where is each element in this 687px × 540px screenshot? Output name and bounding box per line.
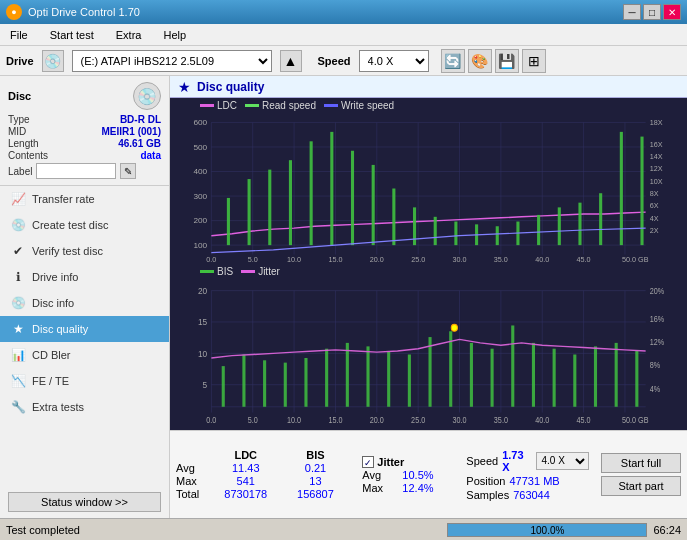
svg-rect-111 (635, 351, 638, 407)
label-edit-icon[interactable]: ✎ (120, 163, 136, 179)
svg-text:12X: 12X (650, 166, 663, 173)
status-window-button[interactable]: Status window >> (8, 492, 161, 512)
svg-text:25.0: 25.0 (411, 256, 425, 263)
sidebar-item-fe-te[interactable]: 📉 FE / TE (0, 368, 169, 394)
svg-text:20: 20 (198, 286, 207, 297)
svg-text:16X: 16X (650, 141, 663, 148)
length-label: Length (8, 138, 39, 149)
disc-color-icon[interactable]: 🎨 (468, 49, 492, 73)
sidebar-item-disc-quality[interactable]: ★ Disc quality (0, 316, 169, 342)
bis-col-header: BIS (281, 449, 351, 461)
svg-text:50.0 GB: 50.0 GB (622, 256, 649, 263)
top-chart: 600 500 400 300 200 100 18X 16X 14X 12X … (170, 113, 687, 264)
disc-quality-header-icon: ★ (178, 79, 191, 95)
start-part-button[interactable]: Start part (601, 476, 681, 496)
jitter-max-val: 12.4% (402, 482, 433, 494)
svg-text:40.0: 40.0 (535, 256, 549, 263)
cd-bler-icon: 📊 (10, 347, 26, 363)
speed-select-drive[interactable]: 4.0 X (359, 50, 429, 72)
disc-info-nav-icon: 💿 (10, 295, 26, 311)
svg-text:45.0: 45.0 (577, 416, 591, 426)
create-test-disc-icon: 💿 (10, 217, 26, 233)
svg-rect-34 (248, 179, 251, 245)
samples-val: 763044 (513, 489, 550, 501)
disc-quality-header: ★ Disc quality (170, 76, 687, 98)
disc-quality-title: Disc quality (197, 80, 264, 94)
svg-text:2X: 2X (650, 227, 659, 234)
maximize-button[interactable]: □ (643, 4, 661, 20)
svg-rect-50 (578, 203, 581, 245)
ldc-col-header: LDC (211, 449, 281, 461)
avg-ldc: 11.43 (211, 462, 281, 474)
contents-value: data (140, 150, 161, 161)
svg-rect-107 (553, 349, 556, 407)
menu-file[interactable]: File (4, 28, 34, 42)
svg-rect-52 (620, 132, 623, 245)
bottom-chart: 20 15 10 5 20% 16% 12% 8% 4% (170, 279, 687, 430)
sidebar-item-create-test-disc[interactable]: 💿 Create test disc (0, 212, 169, 238)
svg-text:4X: 4X (650, 215, 659, 222)
svg-text:0.0: 0.0 (206, 416, 216, 426)
start-full-button[interactable]: Start full (601, 453, 681, 473)
svg-rect-96 (325, 349, 328, 407)
drive-action-icon[interactable]: ▲ (280, 50, 302, 72)
menu-start-test[interactable]: Start test (44, 28, 100, 42)
jitter-avg-val: 10.5% (402, 469, 433, 481)
svg-text:600: 600 (193, 119, 207, 128)
layout-icon[interactable]: ⊞ (522, 49, 546, 73)
svg-rect-92 (242, 355, 245, 407)
extra-tests-icon: 🔧 (10, 399, 26, 415)
svg-rect-106 (532, 343, 535, 407)
close-button[interactable]: ✕ (663, 4, 681, 20)
svg-text:8%: 8% (650, 361, 661, 371)
svg-text:15.0: 15.0 (328, 256, 342, 263)
jitter-checkbox[interactable] (362, 456, 374, 468)
svg-rect-43 (434, 217, 437, 245)
jitter-header-label: Jitter (377, 456, 404, 468)
sidebar-item-drive-info[interactable]: ℹ Drive info (0, 264, 169, 290)
svg-text:10: 10 (198, 348, 207, 359)
drive-select[interactable]: (E:) ATAPI iHBS212 2.5L09 (72, 50, 272, 72)
main-area: Disc 💿 Type BD-R DL MID MEIIR1 (001) Len… (0, 76, 687, 518)
sidebar-item-extra-tests[interactable]: 🔧 Extra tests (0, 394, 169, 420)
refresh-icon[interactable]: 🔄 (441, 49, 465, 73)
title-bar: ● Opti Drive Control 1.70 ─ □ ✕ (0, 0, 687, 24)
sidebar-item-disc-info[interactable]: 💿 Disc info (0, 290, 169, 316)
menu-help[interactable]: Help (157, 28, 192, 42)
legend-read-speed: Read speed (262, 100, 316, 111)
svg-rect-109 (594, 346, 597, 406)
svg-text:35.0: 35.0 (494, 416, 508, 426)
speed-info-label: Speed (466, 455, 498, 467)
svg-text:5.0: 5.0 (248, 416, 258, 426)
legend-write-speed: Write speed (341, 100, 394, 111)
sidebar-item-transfer-rate[interactable]: 📈 Transfer rate (0, 186, 169, 212)
drive-eject-icon[interactable]: 💿 (42, 50, 64, 72)
svg-rect-108 (573, 355, 576, 407)
svg-text:16%: 16% (650, 315, 665, 325)
svg-rect-100 (408, 355, 411, 407)
svg-rect-91 (222, 366, 225, 407)
svg-rect-110 (615, 343, 618, 407)
svg-rect-99 (387, 351, 390, 407)
svg-text:400: 400 (193, 168, 207, 177)
svg-text:10.0: 10.0 (287, 416, 301, 426)
label-input[interactable] (36, 163, 116, 179)
minimize-button[interactable]: ─ (623, 4, 641, 20)
svg-text:300: 300 (193, 192, 207, 201)
speed-info-select[interactable]: 4.0 X (536, 452, 589, 470)
svg-text:14X: 14X (650, 154, 663, 161)
svg-text:4%: 4% (650, 384, 661, 394)
svg-text:12%: 12% (650, 338, 665, 348)
menu-extra[interactable]: Extra (110, 28, 148, 42)
speed-info-val: 1.73 X (502, 449, 532, 473)
svg-rect-38 (330, 132, 333, 245)
save-icon[interactable]: 💾 (495, 49, 519, 73)
svg-text:20.0: 20.0 (370, 416, 384, 426)
drive-info-icon: ℹ (10, 269, 26, 285)
total-label: Total (176, 488, 211, 500)
sidebar-item-cd-bler[interactable]: 📊 CD Bler (0, 342, 169, 368)
disc-section-label: Disc (8, 90, 31, 102)
svg-rect-39 (351, 151, 354, 245)
length-value: 46.61 GB (118, 138, 161, 149)
sidebar-item-verify-test-disc[interactable]: ✔ Verify test disc (0, 238, 169, 264)
